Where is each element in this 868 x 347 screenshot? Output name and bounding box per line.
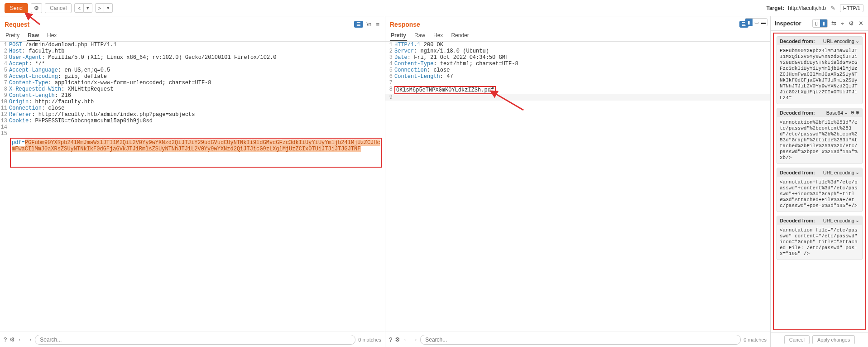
layout-toggle: ▮ ▭ ▬ — [745, 18, 767, 26]
main-container: Request ☰ \n ≡ Pretty Raw Hex 1POST /adm… — [0, 16, 868, 347]
decoded-content[interactable]: <annotation file="/etc/passwd" content="… — [777, 225, 862, 260]
response-title: Response — [390, 21, 420, 28]
decoded-block: Decoded from:URL encoding ⌄<annotation+f… — [777, 168, 863, 212]
back-dropdown[interactable]: ▾ — [84, 3, 92, 13]
toolbar-right: Target: http://faculty.htb ✎ HTTP/1 — [766, 4, 863, 12]
chevron-down-icon[interactable]: ⌄ — [844, 110, 848, 116]
response-content[interactable]: 1HTTP/1.1 200 OK2Server: nginx/1.18.0 (U… — [385, 42, 770, 332]
search-help-icon[interactable]: ? — [389, 336, 392, 343]
inspector-tools: ▯ ▮ ⇆ ÷ ⚙ ✕ — [812, 19, 864, 28]
tab-raw[interactable]: Raw — [27, 30, 40, 41]
decoded-block: Decoded from:URL encoding ⌄PGFubm90YXRpb… — [777, 36, 863, 104]
close-icon[interactable]: ✕ — [858, 19, 864, 28]
tab-hex[interactable]: Hex — [46, 30, 58, 41]
minus-icon[interactable]: ⊖ — [850, 110, 854, 116]
request-search-input[interactable] — [35, 335, 355, 345]
back-button[interactable]: < — [74, 3, 83, 13]
newline-icon[interactable]: \n — [366, 20, 373, 29]
chevron-down-icon[interactable]: ⌄ — [855, 217, 859, 223]
toolbar-left: Send ⚙ Cancel < ▾ > ▾ — [5, 3, 113, 13]
encoding-select[interactable]: URL encoding — [823, 170, 854, 175]
decoded-content[interactable]: PGFubm90YXRpb24lMmJmaWxlJTI1M2QiL2V0Yy9w… — [777, 45, 862, 104]
response-match-count: 0 matches — [743, 337, 767, 342]
menu-icon[interactable]: ≡ — [375, 20, 380, 29]
search-gear-icon[interactable]: ⚙ — [10, 336, 15, 343]
view-col-icon[interactable]: ▯ — [813, 19, 820, 27]
inspector-view-toggle: ▯ ▮ — [812, 19, 828, 28]
main-toolbar: Send ⚙ Cancel < ▾ > ▾ Target: http://fac… — [0, 0, 868, 16]
request-tabs: Pretty Raw Hex — [0, 29, 385, 42]
response-header: Response ☰ \n ≡ — [385, 16, 770, 29]
inspector-cancel-button[interactable]: Cancel — [784, 335, 810, 344]
cancel-button[interactable]: Cancel — [45, 3, 72, 13]
target-url: http://faculty.htb — [788, 5, 826, 11]
response-panel: Response ☰ \n ≡ Pretty Raw Hex Render 1H… — [385, 16, 771, 347]
request-panel: Request ☰ \n ≡ Pretty Raw Hex 1POST /adm… — [0, 16, 385, 347]
inspector-title: Inspector — [775, 20, 801, 27]
encoding-select[interactable]: URL encoding — [823, 39, 854, 44]
history-back-group: < ▾ — [74, 3, 92, 13]
gear-icon[interactable]: ⚙ — [31, 3, 42, 13]
search-prev-icon[interactable]: ← — [18, 336, 24, 343]
http-version-badge[interactable]: HTTP/1 — [840, 4, 863, 12]
forward-button[interactable]: > — [95, 3, 104, 13]
inspector-apply-button[interactable]: Apply changes — [812, 335, 855, 344]
search-next-icon[interactable]: → — [26, 336, 32, 343]
request-search-bar: ? ⚙ ← → 0 matches — [0, 332, 385, 347]
request-match-count: 0 matches — [358, 337, 381, 342]
decoded-block: Decoded from:Base64 ⌄ ⊖ ⊕<annotation%2bf… — [777, 108, 863, 164]
send-button[interactable]: Send — [5, 3, 28, 13]
chevron-down-icon[interactable]: ⌄ — [855, 169, 859, 175]
encoding-select[interactable]: Base64 — [826, 110, 843, 116]
search-next-icon[interactable]: → — [412, 336, 417, 343]
search-gear-icon[interactable]: ⚙ — [395, 336, 400, 343]
divide-icon[interactable]: ÷ — [840, 19, 845, 28]
response-search-input[interactable] — [420, 335, 741, 345]
forward-dropdown[interactable]: ▾ — [104, 3, 113, 13]
response-search-bar: ? ⚙ ← → 0 matches — [385, 332, 770, 347]
plus-icon[interactable]: ⊕ — [855, 110, 859, 116]
tab-raw[interactable]: Raw — [413, 30, 426, 41]
view-split-icon[interactable]: ▮ — [820, 19, 827, 27]
response-tabs: Pretty Raw Hex Render — [385, 29, 770, 42]
tab-pretty[interactable]: Pretty — [390, 30, 407, 41]
history-fwd-group: > ▾ — [95, 3, 113, 13]
decoded-block: Decoded from:URL encoding ⌄<annotation f… — [777, 216, 863, 260]
inspector-footer: Cancel Apply changes — [771, 332, 868, 347]
layout-combined-icon[interactable]: ▬ — [760, 19, 767, 26]
target-label: Target: — [766, 5, 784, 11]
tab-render[interactable]: Render — [450, 30, 470, 41]
pretty-toggle-icon[interactable]: ☰ — [354, 21, 363, 28]
inspector-header: Inspector ▯ ▮ ⇆ ÷ ⚙ ✕ — [771, 16, 868, 31]
decoded-content[interactable]: <annotation%2bfile%253d"/etc/passwd"%2bc… — [777, 117, 862, 164]
search-help-icon[interactable]: ? — [4, 336, 7, 343]
search-prev-icon[interactable]: ← — [403, 336, 409, 343]
gear-icon[interactable]: ⚙ — [848, 19, 855, 28]
collapse-icon[interactable]: ⇆ — [830, 19, 837, 28]
encoding-select[interactable]: URL encoding — [823, 218, 854, 223]
pencil-icon[interactable]: ✎ — [830, 4, 836, 12]
request-tools: ☰ \n ≡ — [354, 20, 380, 29]
request-header: Request ☰ \n ≡ — [0, 16, 385, 29]
tab-pretty[interactable]: Pretty — [5, 30, 20, 41]
request-title: Request — [5, 21, 29, 28]
text-cursor — [621, 170, 621, 177]
layout-horiz-icon[interactable]: ▮ — [745, 19, 753, 26]
inspector-body: Decoded from:URL encoding ⌄PGFubm90YXRpb… — [773, 33, 866, 330]
inspector-panel: Inspector ▯ ▮ ⇆ ÷ ⚙ ✕ Decoded from:URL e… — [771, 16, 868, 347]
decoded-content[interactable]: <annotation+file%3d"/etc/passwd"+content… — [777, 177, 862, 212]
tab-hex[interactable]: Hex — [432, 30, 444, 41]
layout-vert-icon[interactable]: ▭ — [753, 19, 760, 26]
chevron-down-icon[interactable]: ⌄ — [855, 38, 859, 44]
request-content[interactable]: 1POST /admin/download.php HTTP/1.12Host:… — [0, 42, 385, 332]
